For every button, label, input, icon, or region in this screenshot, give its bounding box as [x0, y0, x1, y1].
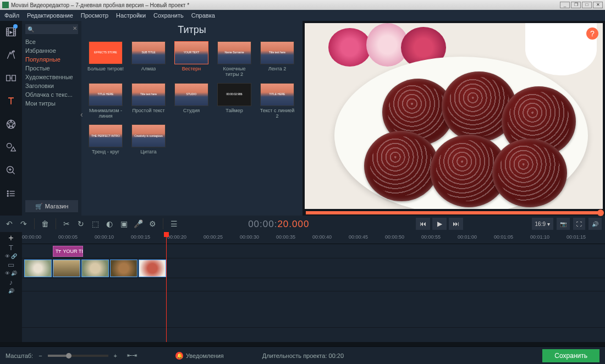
title-track-header[interactable]: T👁🔗: [0, 244, 22, 258]
title-preset-item[interactable]: 00:00:02:986Таймер: [216, 83, 253, 119]
crop-button[interactable]: ⬚: [89, 218, 101, 230]
title-preset-item[interactable]: STUDIOСтудия: [173, 83, 210, 119]
video-clip[interactable]: [139, 260, 166, 277]
tool-zoom-icon[interactable]: [3, 163, 19, 178]
snapshot-button[interactable]: 📷: [557, 218, 570, 230]
tool-filters-icon[interactable]: [3, 47, 19, 63]
window-restore-button[interactable]: ❐: [571, 2, 581, 8]
video-clip[interactable]: [24, 260, 52, 277]
separator: [34, 218, 35, 229]
menu-save[interactable]: Сохранить: [153, 12, 184, 19]
category-simple[interactable]: Простые: [25, 64, 78, 73]
title-preset-item[interactable]: Title text hereЛента 2: [258, 41, 296, 78]
title-preset-item[interactable]: Creativity is contagiousЦитата: [130, 124, 167, 155]
seekbar-handle[interactable]: [597, 209, 604, 216]
transition-button[interactable]: ▣: [118, 218, 130, 230]
tool-import-icon[interactable]: [3, 24, 19, 40]
category-headlines[interactable]: Заголовки: [25, 81, 78, 90]
video-track[interactable]: [22, 258, 605, 278]
visibility-icon[interactable]: 👁: [5, 271, 10, 276]
zoom-out-button[interactable]: −: [38, 352, 42, 359]
title-preset-label: Лента 2: [268, 66, 286, 71]
undo-button[interactable]: ↶: [3, 218, 15, 230]
video-clip[interactable]: [81, 260, 109, 277]
menu-view[interactable]: Просмотр: [81, 12, 108, 19]
title-track[interactable]: Tᴛ YOUR TEXT Ti: [22, 244, 605, 258]
fullscreen-button[interactable]: ⛶: [573, 218, 585, 230]
title-preset-item[interactable]: YOUR TEXTВестерн: [173, 41, 210, 78]
title-clip[interactable]: Tᴛ YOUR TEXT Ti: [53, 246, 83, 257]
tool-shapes-icon[interactable]: [3, 140, 19, 155]
rotate-button[interactable]: ↻: [75, 218, 87, 230]
category-my-titles[interactable]: Мои титры: [25, 99, 78, 108]
category-artistic[interactable]: Художественные: [25, 73, 78, 81]
title-preset-label: Тренд - круг: [92, 149, 119, 155]
preview-canvas[interactable]: [305, 23, 603, 209]
tool-titles-icon[interactable]: [3, 93, 19, 109]
preview-seekbar[interactable]: [306, 211, 602, 214]
playhead[interactable]: [166, 232, 167, 342]
menu-settings[interactable]: Настройки: [116, 12, 146, 19]
video-clip[interactable]: [53, 260, 80, 277]
window-minimize-button[interactable]: _: [560, 2, 570, 8]
menu-edit[interactable]: Редактирование: [27, 12, 73, 19]
tool-stickers-icon[interactable]: [3, 117, 19, 132]
play-button[interactable]: ▶: [432, 218, 447, 230]
mute-icon[interactable]: 🔊: [8, 288, 14, 294]
menu-file[interactable]: Файл: [4, 12, 19, 19]
window-close-button[interactable]: ✕: [593, 2, 603, 8]
empty-track-area[interactable]: [22, 291, 605, 328]
title-preset-item[interactable]: THE PERFECT INTROТренд - круг: [87, 124, 124, 155]
video-clip[interactable]: [110, 260, 138, 277]
redo-button[interactable]: ↷: [18, 218, 30, 230]
timeline-body[interactable]: 00:00:0000:00:0500:00:1000:00:1500:00:20…: [22, 232, 605, 342]
search-clear-icon[interactable]: ✕: [73, 25, 77, 31]
ruler-tick: 00:00:10: [95, 234, 114, 240]
adjustments-button[interactable]: ☰: [168, 218, 180, 230]
title-preset-item[interactable]: SUB TITLEАлмаз: [130, 41, 167, 78]
title-preset-item[interactable]: TITLE HEREМинимализм - линия: [87, 83, 124, 119]
category-all[interactable]: Все: [25, 37, 78, 46]
title-preset-item[interactable]: Title text hereПростой текст: [130, 83, 167, 119]
menu-help[interactable]: Справка: [191, 12, 215, 19]
help-button[interactable]: ?: [586, 27, 598, 40]
title-preset-item[interactable]: EFFECTS STOREБольше титров!: [87, 41, 124, 78]
preview-image: [305, 23, 603, 209]
tool-more-icon[interactable]: [3, 186, 19, 201]
notifications-button[interactable]: 🔔 Уведомления: [175, 352, 224, 360]
zoom-in-button[interactable]: +: [114, 352, 117, 359]
tool-transitions-icon[interactable]: [3, 70, 19, 86]
timeline-ruler[interactable]: 00:00:0000:00:0500:00:1000:00:1500:00:20…: [22, 232, 605, 244]
cup-decoration: [525, 23, 597, 75]
split-button[interactable]: ✂: [61, 218, 73, 230]
volume-button[interactable]: 🔊: [588, 218, 602, 230]
save-button[interactable]: Сохранить: [542, 349, 600, 362]
delete-button[interactable]: 🗑: [39, 218, 51, 230]
window-titlebar: Movavi Видеоредактор – 7-дневная пробная…: [0, 0, 605, 10]
next-frame-button[interactable]: ⏭: [449, 218, 463, 230]
mute-icon[interactable]: 🔊: [11, 271, 17, 276]
audio-track-header[interactable]: ♪🔊: [0, 278, 22, 294]
category-bubbles[interactable]: Облачка с текс...: [25, 90, 78, 99]
record-audio-button[interactable]: 🎤: [132, 218, 144, 230]
search-input[interactable]: [25, 24, 78, 34]
zoom-slider-handle[interactable]: [66, 353, 72, 359]
collapse-sidebar-icon[interactable]: ‹: [80, 110, 86, 121]
audio-track[interactable]: [22, 278, 605, 291]
prev-frame-button[interactable]: ⏮: [416, 218, 430, 230]
title-preset-item[interactable]: Name SurnameКонечные титры 2: [216, 41, 253, 78]
fit-timeline-button[interactable]: ⇤⇥: [127, 352, 137, 359]
add-track-button[interactable]: +: [0, 232, 22, 244]
category-favorites[interactable]: Избранное: [25, 46, 78, 55]
cart-icon: 🛒: [35, 203, 43, 210]
color-button[interactable]: ◐: [103, 218, 116, 230]
aspect-ratio-button[interactable]: 16:9▾: [532, 218, 553, 230]
window-maximize-button[interactable]: □: [582, 2, 592, 8]
clip-properties-button[interactable]: ⚙: [146, 218, 158, 230]
title-preset-label: Конечные титры 2: [216, 66, 252, 78]
video-track-header[interactable]: ▭👁🔊: [0, 258, 22, 278]
store-button[interactable]: 🛒 Магазин: [25, 200, 78, 212]
zoom-slider[interactable]: [48, 355, 108, 357]
title-preset-item[interactable]: TITLE HEREТекст с линией 2: [258, 83, 296, 119]
category-popular[interactable]: Популярные: [25, 55, 78, 64]
